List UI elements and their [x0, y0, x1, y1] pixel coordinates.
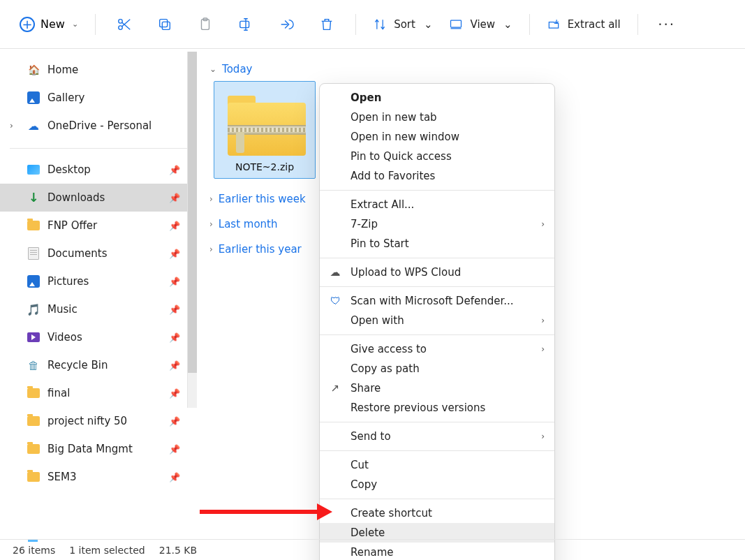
pin-icon[interactable]: 📌 [169, 360, 180, 371]
folder-icon [27, 221, 40, 230]
pin-icon[interactable]: 📌 [169, 332, 180, 343]
sort-button[interactable]: Sort ⌄ [366, 13, 439, 36]
sidebar-item-documents[interactable]: Documents 📌 [0, 240, 197, 267]
context-menu-restore-previous[interactable]: Restore previous versions [320, 398, 554, 418]
chevron-down-icon: ⌄ [424, 18, 433, 31]
onedrive-icon: ☁ [27, 119, 40, 133]
context-menu-open-with[interactable]: Open with› [320, 311, 554, 330]
context-menu-open[interactable]: Open [320, 88, 554, 108]
context-menu-open-new-tab[interactable]: Open in new tab [320, 108, 554, 127]
sidebar-item-fnp-offer[interactable]: FNP Offer 📌 [0, 212, 197, 240]
sidebar-item-label: Videos [47, 331, 82, 344]
context-menu-create-shortcut[interactable]: Create shortcut [320, 503, 554, 523]
navigation-sidebar: 🏠 Home Gallery › ☁ OneDrive - Personal D… [0, 49, 197, 539]
pin-icon[interactable]: 📌 [169, 388, 180, 399]
sidebar-item-videos[interactable]: Videos 📌 [0, 323, 197, 351]
extract-icon [547, 17, 561, 31]
extract-all-button[interactable]: Extract all [540, 13, 628, 36]
context-menu: Open Open in new tab Open in new window … [319, 83, 555, 560]
extract-all-label: Extract all [568, 18, 621, 31]
trash-icon [319, 17, 334, 32]
paste-button[interactable] [191, 10, 220, 39]
pin-icon[interactable]: 📌 [169, 304, 180, 315]
documents-icon [28, 247, 39, 260]
sidebar-scrollbar[interactable] [187, 52, 197, 408]
context-menu-copy[interactable]: Copy [320, 475, 554, 494]
sidebar-item-gallery[interactable]: Gallery [0, 84, 197, 112]
sidebar-item-final[interactable]: final 📌 [0, 379, 197, 407]
context-menu-separator [320, 286, 554, 287]
toolbar-separator [95, 14, 96, 35]
context-menu-send-to[interactable]: Send to› [320, 427, 554, 446]
status-item-count: 26 items [13, 545, 55, 556]
context-menu-share[interactable]: ↗Share [320, 378, 554, 398]
context-menu-separator [320, 190, 554, 191]
pin-icon[interactable]: 📌 [169, 221, 180, 231]
sidebar-item-recycle-bin[interactable]: 🗑 Recycle Bin 📌 [0, 351, 197, 379]
context-menu-scan-defender[interactable]: 🛡Scan with Microsoft Defender... [320, 291, 554, 311]
context-menu-extract-all[interactable]: Extract All... [320, 195, 554, 214]
pin-icon[interactable]: 📌 [169, 472, 180, 482]
sidebar-item-downloads[interactable]: ↓ Downloads 📌 [0, 184, 197, 212]
sidebar-item-label: Desktop [47, 163, 91, 176]
status-selection-size: 21.5 KB [159, 545, 197, 556]
pin-icon[interactable]: 📌 [169, 444, 180, 455]
status-bar: 26 items 1 item selected 21.5 KB [0, 539, 745, 560]
pin-icon[interactable]: 📌 [169, 277, 180, 287]
delete-button[interactable] [312, 10, 341, 39]
submenu-arrow-icon: › [541, 219, 545, 229]
file-name-label: NOTE~2.zip [235, 161, 294, 172]
sidebar-item-big-data-mngmt[interactable]: Big Data Mngmt 📌 [0, 435, 197, 463]
pin-icon[interactable]: 📌 [169, 416, 180, 427]
svg-point-0 [119, 19, 123, 23]
context-menu-cut[interactable]: Cut [320, 455, 554, 475]
file-item-note2-zip[interactable]: NOTE~2.zip [214, 81, 316, 179]
gallery-icon [27, 91, 40, 104]
context-menu-upload-wps[interactable]: ☁Upload to WPS Cloud [320, 263, 554, 282]
shield-icon: 🛡 [328, 295, 342, 307]
context-menu-add-favorites[interactable]: Add to Favorites [320, 166, 554, 186]
pin-icon[interactable]: 📌 [169, 249, 180, 259]
context-menu-7zip[interactable]: 7-Zip› [320, 214, 554, 234]
chevron-right-icon: › [209, 244, 213, 254]
desktop-icon [27, 165, 40, 175]
sidebar-item-label: final [47, 387, 70, 399]
cut-button[interactable] [110, 10, 139, 39]
folder-icon [27, 444, 40, 454]
context-menu-copy-as-path[interactable]: Copy as path [320, 359, 554, 378]
view-label: View [470, 18, 495, 31]
sidebar-item-onedrive[interactable]: › ☁ OneDrive - Personal [0, 112, 197, 140]
folder-icon [27, 388, 40, 398]
sidebar-item-label: FNP Offer [47, 219, 97, 232]
svg-rect-6 [240, 21, 249, 27]
sidebar-scrollbar-thumb[interactable] [188, 52, 197, 373]
sidebar-item-desktop[interactable]: Desktop 📌 [0, 156, 197, 184]
sidebar-item-home[interactable]: 🏠 Home [0, 56, 197, 84]
sidebar-item-music[interactable]: 🎵 Music 📌 [0, 295, 197, 323]
sidebar-item-label: Recycle Bin [47, 359, 108, 371]
svg-rect-2 [162, 22, 170, 29]
new-button[interactable]: + New ⌄ [13, 13, 85, 36]
pin-icon[interactable]: 📌 [169, 193, 180, 203]
copy-button[interactable] [150, 10, 179, 39]
folder-icon [27, 472, 40, 482]
more-options-button[interactable]: ··· [652, 10, 681, 39]
pictures-icon [27, 275, 40, 288]
context-menu-pin-to-start[interactable]: Pin to Start [320, 234, 554, 253]
context-menu-pin-quick-access[interactable]: Pin to Quick access [320, 147, 554, 166]
context-menu-give-access[interactable]: Give access to› [320, 339, 554, 359]
sidebar-divider [10, 148, 187, 149]
context-menu-open-new-window[interactable]: Open in new window [320, 127, 554, 147]
group-header-today[interactable]: ⌄ Today [209, 61, 739, 77]
rename-button[interactable] [231, 10, 260, 39]
download-icon: ↓ [27, 191, 40, 205]
svg-rect-3 [160, 19, 168, 27]
view-button[interactable]: View ⌄ [442, 13, 519, 36]
sidebar-item-pictures[interactable]: Pictures 📌 [0, 267, 197, 295]
clipboard-icon [198, 17, 213, 32]
share-button[interactable] [272, 10, 301, 39]
chevron-right-icon[interactable]: › [10, 121, 13, 131]
sidebar-item-sem3[interactable]: SEM3 📌 [0, 463, 197, 491]
pin-icon[interactable]: 📌 [169, 165, 180, 175]
sidebar-item-project-nifty-50[interactable]: project nifty 50 📌 [0, 407, 197, 435]
